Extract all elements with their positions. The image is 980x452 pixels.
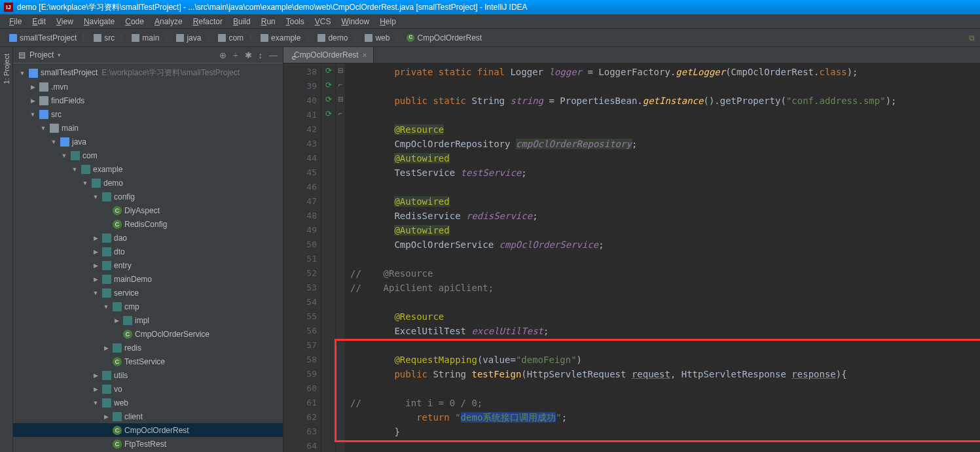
tree-node-redis[interactable]: ▶redis xyxy=(13,341,283,355)
project-panel-header: ▤ Project ▾ ⊕÷✱↕— xyxy=(13,47,283,63)
breadcrumb-demo[interactable]: demo xyxy=(314,32,352,44)
tree-arrow-icon[interactable]: ▶ xyxy=(92,386,100,392)
folder-icon xyxy=(176,34,184,42)
tree-arrow-icon[interactable]: ▶ xyxy=(92,235,100,241)
tree-node-redisconfig[interactable]: RedisConfig xyxy=(13,217,283,231)
panel-tool-icon[interactable]: ✱ xyxy=(245,50,252,60)
folder-icon xyxy=(113,302,122,311)
tree-node-ftptestrest[interactable]: FtpTestRest xyxy=(13,437,283,451)
panel-tool-icon[interactable]: ⊕ xyxy=(219,50,227,60)
tree-node-vo[interactable]: ▶vo xyxy=(13,382,283,396)
tree-node-config[interactable]: ▼config xyxy=(13,190,283,203)
menu-item-window[interactable]: Window xyxy=(336,16,374,27)
menu-item-help[interactable]: Help xyxy=(374,16,401,27)
tree-arrow-icon[interactable]: ▶ xyxy=(92,276,100,283)
tree-arrow-icon[interactable]: ▼ xyxy=(92,194,100,200)
breadcrumb-com[interactable]: com xyxy=(214,32,247,44)
tree-node--mvn[interactable]: ▶.mvn xyxy=(13,80,283,94)
tree-node-cmp[interactable]: ▼cmp xyxy=(13,300,283,313)
close-icon[interactable]: × xyxy=(363,51,367,59)
tree-arrow-icon[interactable]: ▼ xyxy=(81,180,89,186)
tree-arrow-icon[interactable]: ▼ xyxy=(50,139,58,145)
menu-item-run[interactable]: Run xyxy=(256,16,281,27)
tree-arrow-icon[interactable]: ▶ xyxy=(29,97,37,104)
project-tool-tab[interactable]: 1: Project xyxy=(1,50,12,88)
tree-node-diyaspect[interactable]: DiyAspect xyxy=(13,203,283,217)
tree-node-demo[interactable]: ▼demo xyxy=(13,176,283,190)
tree-node-main[interactable]: ▼main xyxy=(13,121,283,135)
tree-node-utils[interactable]: ▶utils xyxy=(13,368,283,382)
project-panel-title[interactable]: Project xyxy=(29,50,54,60)
tree-arrow-icon[interactable]: ▼ xyxy=(92,400,100,406)
breadcrumb-cmpoclorderrest[interactable]: CmpOclOrderRest xyxy=(403,32,486,44)
tree-node-cmpoclorderrest[interactable]: CmpOclOrderRest xyxy=(13,423,283,437)
fold-column[interactable]: ⊟⌐⊟⌐ xyxy=(336,63,345,452)
breadcrumb-example[interactable]: example xyxy=(257,32,304,44)
code-editor[interactable]: private static final Logger logger = Log… xyxy=(345,63,980,452)
panel-tool-icon[interactable]: ↕ xyxy=(259,50,263,60)
tree-node-entry[interactable]: ▶entry xyxy=(13,258,283,272)
class-icon xyxy=(113,440,122,449)
tree-node-dto[interactable]: ▶dto xyxy=(13,245,283,258)
panel-tool-icon[interactable]: — xyxy=(269,50,278,60)
tree-node-findfields[interactable]: ▶findFields xyxy=(13,94,283,107)
tree-node-com[interactable]: ▼com xyxy=(13,148,283,162)
tree-node-client[interactable]: ▶client xyxy=(13,409,283,423)
menu-item-edit[interactable]: Edit xyxy=(27,16,51,27)
folder-icon xyxy=(39,82,48,92)
menu-bar: FileEditViewNavigateCodeAnalyzeRefactorB… xyxy=(0,14,980,29)
breadcrumb-java[interactable]: java xyxy=(172,32,205,44)
breadcrumb-smalltestproject[interactable]: smallTestProject xyxy=(5,32,81,44)
class-icon xyxy=(113,206,122,215)
folder-icon xyxy=(71,151,80,160)
chevron-down-icon[interactable]: ▾ xyxy=(58,52,61,58)
tree-node-service[interactable]: ▼service xyxy=(13,286,283,300)
breadcrumb-web[interactable]: web xyxy=(361,32,393,44)
menu-item-view[interactable]: View xyxy=(51,16,79,27)
folder-icon xyxy=(102,247,111,256)
folder-icon xyxy=(261,34,268,42)
tree-node-example[interactable]: ▼example xyxy=(13,162,283,176)
breadcrumb-main[interactable]: main xyxy=(128,32,163,44)
tree-arrow-icon[interactable]: ▶ xyxy=(113,317,120,324)
tree-arrow-icon[interactable]: ▶ xyxy=(29,84,37,90)
tree-arrow-icon[interactable]: ▶ xyxy=(92,372,100,379)
menu-item-navigate[interactable]: Navigate xyxy=(79,16,120,27)
tree-node-cmpoclorderservice[interactable]: CmpOclOrderService xyxy=(13,327,283,341)
tree-node-maindemo[interactable]: ▶mainDemo xyxy=(13,272,283,286)
menu-item-tools[interactable]: Tools xyxy=(281,16,310,27)
tree-arrow-icon[interactable]: ▼ xyxy=(92,290,100,296)
menu-item-analyze[interactable]: Analyze xyxy=(149,16,188,27)
tree-arrow-icon[interactable]: ▼ xyxy=(102,304,110,310)
build-indicator-icon[interactable]: ⧉ xyxy=(969,33,975,43)
project-tree[interactable]: ▼smallTestProjectE:\workplace\学习资料\small… xyxy=(13,63,283,452)
menu-item-build[interactable]: Build xyxy=(228,16,256,27)
editor-body[interactable]: 3839404142434445464748495051525354555657… xyxy=(283,63,980,452)
tree-arrow-icon[interactable]: ▶ xyxy=(102,345,110,351)
tree-arrow-icon[interactable]: ▼ xyxy=(18,70,26,77)
tree-node-src[interactable]: ▼src xyxy=(13,107,283,121)
menu-item-refactor[interactable]: Refactor xyxy=(188,16,228,27)
tree-arrow-icon[interactable]: ▼ xyxy=(60,152,68,159)
folder-icon xyxy=(365,34,372,42)
breadcrumb: smallTestProject〉src〉main〉java〉com〉examp… xyxy=(5,32,486,44)
tree-arrow-icon[interactable]: ▶ xyxy=(92,249,100,255)
breadcrumb-src[interactable]: src xyxy=(90,32,118,44)
menu-item-code[interactable]: Code xyxy=(120,16,149,27)
tree-node-smalltestproject[interactable]: ▼smallTestProjectE:\workplace\学习资料\small… xyxy=(13,66,283,80)
tree-node-dao[interactable]: ▶dao xyxy=(13,231,283,245)
menu-item-file[interactable]: File xyxy=(4,16,27,27)
tree-arrow-icon[interactable]: ▶ xyxy=(102,413,110,420)
tree-arrow-icon[interactable]: ▼ xyxy=(29,111,37,118)
panel-tool-icon[interactable]: ÷ xyxy=(233,50,238,60)
tree-node-testservice[interactable]: TestService xyxy=(13,355,283,368)
tree-node-java[interactable]: ▼java xyxy=(13,135,283,148)
editor-tab-cmpoclorderrest[interactable]: CmpOclOrderRest × xyxy=(283,47,374,63)
tree-node-impl[interactable]: ▶impl xyxy=(13,313,283,327)
tree-arrow-icon[interactable]: ▼ xyxy=(71,166,79,173)
tree-arrow-icon[interactable]: ▶ xyxy=(92,262,100,269)
menu-item-vcs[interactable]: VCS xyxy=(310,16,336,27)
tree-node-web[interactable]: ▼web xyxy=(13,396,283,409)
folder-icon xyxy=(81,165,90,174)
tree-arrow-icon[interactable]: ▼ xyxy=(39,125,47,131)
